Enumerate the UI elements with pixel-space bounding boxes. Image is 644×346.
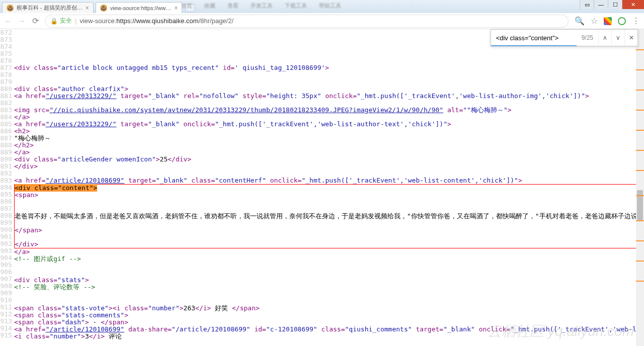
find-tickmark xyxy=(636,240,644,241)
find-tickmark xyxy=(636,220,644,221)
reload-icon[interactable]: ⟳ xyxy=(32,16,39,26)
extension-icon[interactable] xyxy=(618,17,626,25)
star-icon[interactable]: ☆ xyxy=(591,16,598,26)
address-bar[interactable]: 🔒 安全 | view-source:https://www.qiushibai… xyxy=(45,15,569,28)
find-tickmark xyxy=(636,281,644,282)
close-icon[interactable]: × xyxy=(174,5,178,12)
find-tickmark xyxy=(636,49,644,50)
close-button[interactable]: ✕ xyxy=(622,0,644,9)
find-tickmark xyxy=(636,170,644,171)
lock-icon: 🔒 xyxy=(50,18,58,25)
favicon: 💩 xyxy=(7,5,14,12)
scroll-thumb[interactable] xyxy=(637,190,643,220)
extra-button[interactable]: ▭ xyxy=(580,0,594,9)
line-numbers: 8728738748758768778788798808818828838848… xyxy=(0,29,14,340)
browser-tab[interactable]: 💩 糗事百科 - 超搞笑的原创… × xyxy=(2,2,94,13)
find-tickmark xyxy=(636,90,644,91)
window-controls: ▭ — ☐ ✕ xyxy=(580,0,644,9)
forward-icon[interactable]: → xyxy=(18,17,26,26)
browser-tab-active[interactable]: 💩 view-source:https://ww… × xyxy=(96,2,183,13)
source-code[interactable]: <div class="article block untagged mb15 … xyxy=(14,29,644,340)
find-input[interactable] xyxy=(491,30,577,46)
find-count: 9/25 xyxy=(577,34,598,41)
tab-title: view-source:https://ww… xyxy=(110,5,172,11)
browser-titlebar: 💩 糗事百科 - 超搞笑的原创… × 💩 view-source:https:/… xyxy=(0,0,644,13)
find-next-icon[interactable]: ∨ xyxy=(611,30,624,46)
find-tickmark xyxy=(636,69,644,70)
back-icon[interactable]: ← xyxy=(4,17,12,26)
search-icon[interactable]: 🔍 xyxy=(575,16,585,26)
scrollbar[interactable] xyxy=(636,29,644,340)
find-in-page-bar: 9/25 ∧ ∨ ✕ xyxy=(491,29,638,46)
secure-badge: 🔒 安全 xyxy=(50,17,72,25)
find-tickmark xyxy=(636,261,644,262)
find-close-icon[interactable]: ✕ xyxy=(624,30,637,46)
url-text: view-source:https://www.qiushibaike.com/… xyxy=(79,17,233,25)
extension-icon[interactable] xyxy=(604,17,612,25)
find-tickmark xyxy=(636,130,644,131)
minimize-button[interactable]: — xyxy=(594,0,608,9)
find-prev-icon[interactable]: ∧ xyxy=(598,30,611,46)
find-tickmark xyxy=(636,150,644,151)
browser-toolbar: ← → ⟳ 🔒 安全 | view-source:https://www.qiu… xyxy=(0,13,644,29)
maximize-button[interactable]: ☐ xyxy=(608,0,622,9)
source-view: 8728738748758768778788798808818828838848… xyxy=(0,29,644,340)
favicon: 💩 xyxy=(100,5,107,12)
tab-title: 糗事百科 - 超搞笑的原创… xyxy=(17,4,83,12)
find-tickmark xyxy=(636,110,644,111)
menu-icon[interactable]: ⋮ xyxy=(632,16,640,26)
menu-bar: 首页收藏查看开发工具下载工具帮助工具 xyxy=(181,2,341,10)
find-tickmark xyxy=(636,195,644,196)
close-icon[interactable]: × xyxy=(86,5,89,12)
